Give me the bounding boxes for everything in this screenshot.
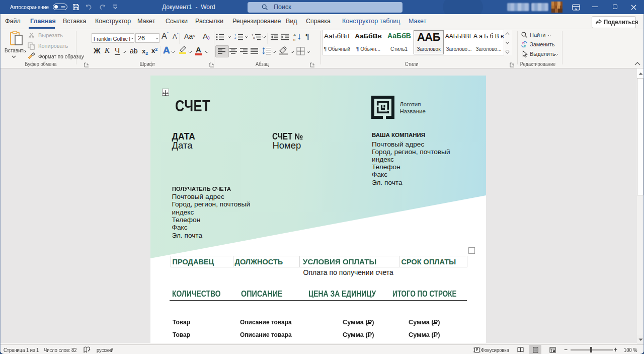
svg-text:a: a (253, 36, 255, 39)
svg-text:c: c (524, 44, 526, 48)
svg-text:я: я (293, 37, 295, 41)
svg-text:А: А (293, 33, 296, 37)
svg-text:2: 2 (234, 36, 236, 39)
